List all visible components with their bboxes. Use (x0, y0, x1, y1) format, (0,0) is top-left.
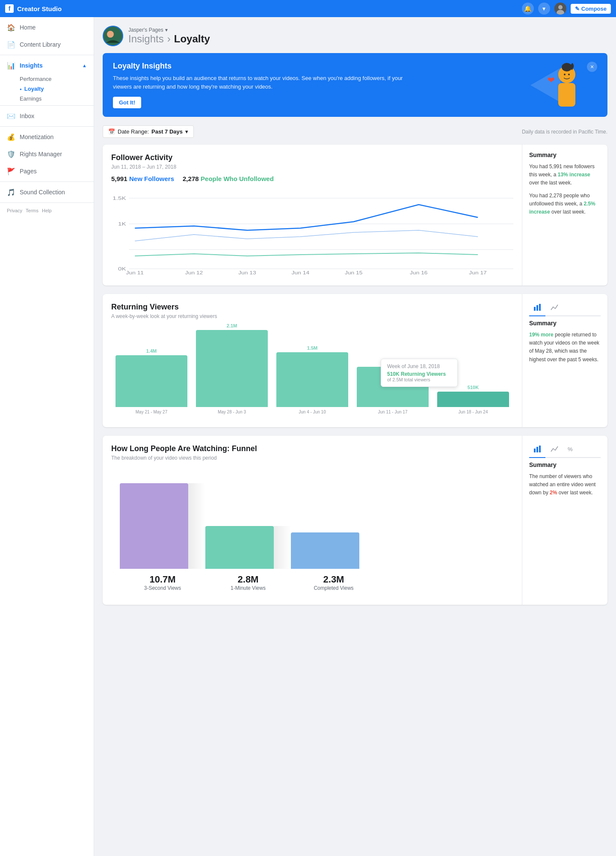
rv-bar-label-top-1: 2.1M (227, 323, 237, 328)
funnel-summary: % Summary The number of viewers who watc… (522, 436, 607, 605)
funnel-val-3s: 10.7M (120, 574, 205, 585)
returning-viewers-title: Returning Viewers (111, 303, 513, 312)
rv-bar-label-top-4: 510K (468, 385, 479, 390)
breadcrumb: Insights › Loyalty (128, 33, 210, 45)
svg-rect-31 (536, 447, 538, 452)
svg-text:❤: ❤ (548, 75, 555, 85)
rv-bar-4: 510KJun 18 - Jun 24 (437, 385, 509, 414)
summary-text-1: You had 5,991 new followers this week, a… (529, 163, 601, 187)
new-followers-count: 5,991 (111, 175, 127, 182)
page-info: Jasper's Pages ▾ Insights › Loyalty (128, 27, 210, 45)
date-range-row: 📅 Date Range: Past 7 Days ▾ Daily data i… (103, 125, 607, 138)
svg-point-1 (558, 5, 563, 9)
svg-text:1K: 1K (118, 221, 126, 226)
returning-viewers-summary: Summary 19% more people returned to watc… (522, 294, 607, 427)
svg-rect-32 (539, 446, 541, 452)
svg-point-10 (562, 63, 572, 71)
svg-rect-27 (534, 307, 536, 311)
sidebar: 🏠 Home 📄 Content Library 📊 Insights ▲ Pe… (0, 17, 94, 856)
inbox-icon: ✉️ (7, 112, 15, 120)
sidebar-item-insights[interactable]: 📊 Insights ▲ (0, 57, 94, 74)
rv-bar-rect-0 (116, 355, 187, 407)
sidebar-insights-label: Insights (20, 62, 43, 69)
svg-text:Jun 13: Jun 13 (238, 270, 256, 275)
sidebar-sub-performance[interactable]: Performance (0, 74, 94, 84)
follower-activity-date: Jun 11, 2018 – Jun 17, 2018 (111, 164, 513, 170)
sidebar-item-monetization[interactable]: 💰 Monetization (0, 128, 94, 146)
funnel-tab-percent[interactable]: % (563, 443, 577, 458)
funnel-card-body: How Long People Are Watching: Funnel The… (103, 436, 607, 605)
rv-bar-label-bot-0: May 21 - May 27 (136, 410, 167, 414)
svg-rect-9 (558, 83, 575, 107)
new-followers-stat: 5,991 New Followers (111, 175, 174, 183)
new-followers-label: New Followers (129, 175, 174, 182)
unfollowed-stat: 2,278 People Who Unfollowed (183, 175, 274, 183)
funnel-bars (111, 466, 513, 569)
funnel-lbl-complete: Completed Views (291, 585, 376, 591)
sidebar-section-inbox: ✉️ Inbox (0, 106, 94, 127)
sidebar-section-monetization: 💰 Monetization 🛡️ Rights Manager 🚩 Pages (0, 127, 94, 182)
returning-viewers-main: Returning Viewers A week-by-week look at… (103, 294, 522, 427)
sidebar-item-rights-manager[interactable]: 🛡️ Rights Manager (0, 146, 94, 163)
follower-activity-summary: Summary You had 5,991 new followers this… (522, 145, 607, 285)
funnel-title: How Long People Are Watching: Funnel (111, 444, 513, 453)
dropdown-icon[interactable]: ▾ (165, 27, 168, 33)
follower-activity-title: Follower Activity (111, 153, 513, 162)
home-icon: 🏠 (7, 23, 15, 32)
footer-privacy[interactable]: Privacy (7, 208, 22, 213)
svg-point-11 (564, 74, 566, 75)
sidebar-item-sound-collection[interactable]: 🎵 Sound Collection (0, 184, 94, 201)
footer-terms[interactable]: Terms (26, 208, 38, 213)
page-avatar (103, 26, 123, 46)
funnel-tab-bar[interactable] (529, 443, 545, 458)
footer-help[interactable]: Help (42, 208, 52, 213)
returning-viewers-card-body: Returning Viewers A week-by-week look at… (103, 294, 607, 427)
sidebar-home-label: Home (20, 24, 36, 31)
top-nav: f Creator Studio 🔔 ▾ ✎ Compose (0, 0, 616, 17)
rv-bar-label-top-2: 1.5M (307, 345, 317, 351)
sidebar-item-content-library[interactable]: 📄 Content Library (0, 36, 94, 53)
sidebar-item-home[interactable]: 🏠 Home (0, 19, 94, 36)
rv-bar-rect-2 (276, 352, 348, 407)
returning-viewers-tabs (529, 301, 601, 316)
banner-close-button[interactable]: × (587, 62, 597, 72)
funnel-tab-line[interactable] (546, 443, 563, 458)
funnel-card: How Long People Are Watching: Funnel The… (103, 436, 607, 605)
sidebar-pages-label: Pages (20, 168, 37, 175)
svg-text:Jun 11: Jun 11 (126, 270, 144, 275)
tab-bar-chart[interactable] (529, 301, 545, 316)
svg-text:Jun 16: Jun 16 (410, 270, 428, 275)
funnel-stat-3s: 10.7M 3-Second Views (120, 574, 205, 591)
page-header: Jasper's Pages ▾ Insights › Loyalty (103, 26, 607, 46)
date-range-selector[interactable]: 📅 Date Range: Past 7 Days ▾ (103, 125, 194, 138)
unfollowed-count: 2,278 (183, 175, 199, 182)
rv-bar-1: 2.1MMay 28 - Jun 3 (196, 323, 268, 414)
tab-line-chart[interactable] (546, 301, 563, 316)
notifications-bell[interactable]: 🔔 (522, 3, 534, 15)
banner-title: Loyalty Insights (113, 62, 403, 71)
rv-bar-rect-1 (196, 330, 268, 407)
sidebar-section-insights: 📊 Insights ▲ Performance Loyalty Earning… (0, 55, 94, 106)
compose-button[interactable]: ✎ Compose (571, 4, 611, 14)
monetization-icon: 💰 (7, 133, 15, 141)
returning-viewers-subtitle: A week-by-week look at your returning vi… (111, 313, 513, 319)
funnel-bar-1m (205, 526, 274, 569)
funnel-main: How Long People Are Watching: Funnel The… (103, 436, 522, 605)
calendar-icon: 📅 (108, 128, 115, 135)
sidebar-sub-loyalty[interactable]: Loyalty (0, 84, 94, 94)
sidebar-footer: Privacy Terms Help (0, 203, 94, 218)
sidebar-item-inbox[interactable]: ✉️ Inbox (0, 107, 94, 125)
svg-text:Jun 14: Jun 14 (292, 270, 310, 275)
dropdown-chevron[interactable]: ▾ (538, 3, 550, 15)
date-range-hint: Daily data is recorded in Pacific Time. (522, 129, 607, 135)
sidebar-sub-earnings[interactable]: Earnings (0, 94, 94, 104)
user-avatar[interactable] (554, 3, 566, 15)
rv-summary-text: 19% more people returned to watch your v… (529, 331, 601, 364)
got-it-button[interactable]: Got It! (113, 97, 141, 108)
sidebar-inbox-label: Inbox (20, 113, 34, 119)
page-name: Jasper's Pages ▾ (128, 27, 210, 33)
main-content: Jasper's Pages ▾ Insights › Loyalty Loya… (94, 17, 616, 856)
rv-bar-2: 1.5MJun 4 - Jun 10 (276, 345, 348, 414)
sidebar-section-sound: 🎵 Sound Collection (0, 182, 94, 203)
sidebar-item-pages[interactable]: 🚩 Pages (0, 163, 94, 180)
